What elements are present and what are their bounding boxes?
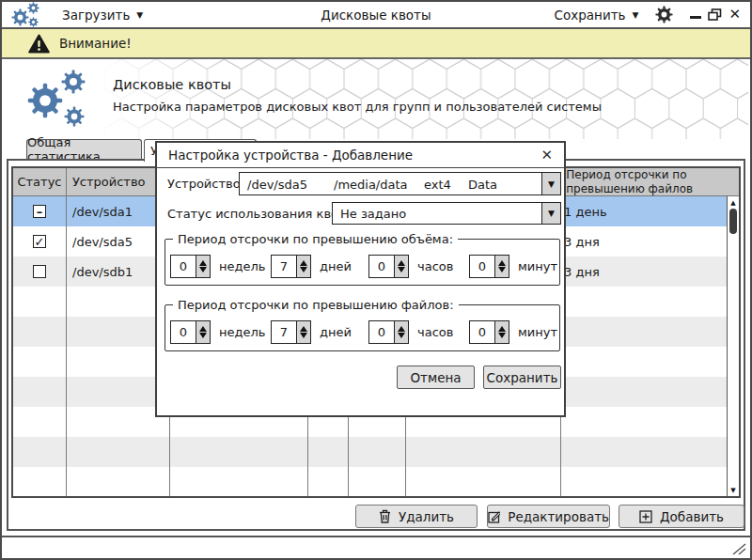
spin-up-icon[interactable] <box>498 326 506 332</box>
status-bar <box>2 536 750 558</box>
minimize-button-icon[interactable] <box>690 16 701 19</box>
scroll-down-icon[interactable]: ▼ <box>728 487 739 494</box>
volume-days-spinbox[interactable]: 7 <box>271 255 297 278</box>
spin-up-icon[interactable] <box>300 326 307 332</box>
spin-down-icon[interactable] <box>300 333 307 338</box>
spin-down-icon[interactable] <box>199 333 207 338</box>
page-subtitle: Настройка параметров дисковых квот для г… <box>113 100 602 114</box>
save-menu-button[interactable]: Сохранить ▼ <box>555 8 639 23</box>
header-grace-files[interactable]: Период отсрочки по превышению файлов <box>560 168 727 195</box>
warning-triangle-icon <box>28 34 50 54</box>
grace-files-cell: 3 дня <box>561 257 728 287</box>
table-row-empty <box>13 437 739 467</box>
page-title: Дисковые квоты <box>113 77 231 92</box>
minutes-unit-label: минут <box>518 325 557 339</box>
files-minutes-spin-buttons[interactable] <box>495 320 509 344</box>
spin-down-icon[interactable] <box>498 267 506 272</box>
cancel-button[interactable]: Отмена <box>397 366 475 389</box>
days-unit-label: дней <box>320 259 352 273</box>
dropdown-arrow-icon[interactable]: ▼ <box>541 173 560 194</box>
spin-down-icon[interactable] <box>398 333 405 338</box>
device-settings-dialog: Настройка устройства - Добавление ✕ Устр… <box>155 141 566 417</box>
scrollbar-thumb[interactable] <box>729 209 737 234</box>
weeks-unit-label: недель <box>219 325 265 339</box>
settings-gear-icon[interactable] <box>655 6 673 23</box>
resize-grip-icon[interactable] <box>732 543 746 555</box>
save-button[interactable]: Сохранить <box>483 366 561 389</box>
app-window: Загрузить ▼ Дисковые квоты Сохранить ▼ ✕ <box>0 0 752 560</box>
device-path: /dev/sda5 <box>247 177 307 191</box>
quota-status-value: Не задано <box>340 207 406 221</box>
close-button-icon[interactable]: ✕ <box>728 8 741 22</box>
files-hours-spin-buttons[interactable] <box>395 320 409 344</box>
files-days-spinbox[interactable]: 7 <box>271 320 297 344</box>
spin-up-icon[interactable] <box>498 260 506 266</box>
volume-weeks-spin-buttons[interactable] <box>196 255 211 278</box>
spin-down-icon[interactable] <box>199 267 207 272</box>
dialog-title: Настройка устройства - Добавление <box>168 148 413 163</box>
volume-hours-spinbox[interactable]: 0 <box>368 255 395 278</box>
tab-general-statistics[interactable]: Общая статистика <box>26 139 142 159</box>
weeks-unit-label: недель <box>219 259 265 273</box>
disk-quotas-gears-logo <box>27 70 89 130</box>
delete-button[interactable]: Удалить <box>355 505 478 528</box>
files-weeks-spin-buttons[interactable] <box>196 320 211 344</box>
spin-up-icon[interactable] <box>199 260 207 266</box>
checkbox-indeterminate[interactable]: – <box>33 205 46 218</box>
checkbox-checked[interactable]: ✓ <box>33 235 46 248</box>
checkbox-unchecked[interactable] <box>33 265 46 278</box>
files-hours-spinbox[interactable]: 0 <box>368 320 395 344</box>
files-minutes-spinbox[interactable]: 0 <box>469 320 495 344</box>
grace-files-group: Период отсрочки по превышению файлов: 0 … <box>164 298 560 351</box>
minutes-unit-label: минут <box>518 259 557 273</box>
device-label: Устройство: <box>167 177 244 191</box>
volume-weeks-spinbox[interactable]: 0 <box>170 255 196 278</box>
volume-minutes-spin-buttons[interactable] <box>495 255 509 278</box>
table-row-empty <box>13 467 739 497</box>
hours-unit-label: часов <box>417 325 453 339</box>
grace-volume-group-label: Период отсрочки по превышению объёма: <box>173 232 458 246</box>
volume-hours-spin-buttons[interactable] <box>395 255 409 278</box>
trash-icon <box>379 509 391 523</box>
add-button[interactable]: Добавить <box>619 505 744 528</box>
device-volume: Data <box>468 177 497 191</box>
quota-status-label: Статус использования квот: <box>167 207 350 221</box>
edit-button[interactable]: Редактировать <box>487 505 610 528</box>
device-combobox[interactable]: /dev/sda5 /media/data ext4 Data ▼ <box>239 172 561 195</box>
spin-up-icon[interactable] <box>300 260 307 266</box>
volume-minutes-spinbox[interactable]: 0 <box>469 255 495 278</box>
spin-down-icon[interactable] <box>300 267 307 272</box>
scroll-up-icon[interactable]: ▲ <box>728 199 739 207</box>
grace-files-group-label: Период отсрочки по превышению файлов: <box>173 298 459 312</box>
volume-days-spin-buttons[interactable] <box>297 255 311 278</box>
dropdown-arrow-icon[interactable]: ▼ <box>541 203 560 224</box>
grace-files-cell: 1 день <box>561 196 728 226</box>
dialog-close-icon[interactable]: ✕ <box>540 147 553 163</box>
restore-button-icon[interactable] <box>708 8 722 21</box>
spin-down-icon[interactable] <box>398 267 405 272</box>
spin-down-icon[interactable] <box>498 333 506 338</box>
device-mount: /media/data <box>334 177 408 191</box>
files-days-spin-buttons[interactable] <box>297 320 311 344</box>
chevron-down-icon: ▼ <box>633 10 639 20</box>
plus-square-icon <box>639 510 652 523</box>
page-header: Дисковые квоты Настройка параметров диск… <box>2 59 750 139</box>
edit-pencil-icon <box>488 509 500 523</box>
days-unit-label: дней <box>320 325 352 339</box>
spin-up-icon[interactable] <box>199 326 207 332</box>
header-status[interactable]: Статус <box>13 168 67 195</box>
device-fs: ext4 <box>424 177 451 191</box>
warning-bar: Внимание! <box>2 29 750 59</box>
titlebar: Загрузить ▼ Дисковые квоты Сохранить ▼ ✕ <box>2 2 750 29</box>
grace-files-cell: 3 дня <box>561 226 728 257</box>
spin-up-icon[interactable] <box>398 260 405 266</box>
spin-up-icon[interactable] <box>398 326 405 332</box>
hours-unit-label: часов <box>417 259 453 273</box>
vertical-scrollbar[interactable]: ▲ ▼ <box>727 196 739 496</box>
grace-volume-group: Период отсрочки по превышению объёма: 0 … <box>164 232 560 286</box>
dialog-titlebar: Настройка устройства - Добавление ✕ <box>157 143 564 168</box>
files-weeks-spinbox[interactable]: 0 <box>170 320 196 344</box>
warning-text: Внимание! <box>59 36 132 51</box>
save-menu-label: Сохранить <box>555 8 626 23</box>
quota-status-combobox[interactable]: Не задано ▼ <box>332 202 561 225</box>
